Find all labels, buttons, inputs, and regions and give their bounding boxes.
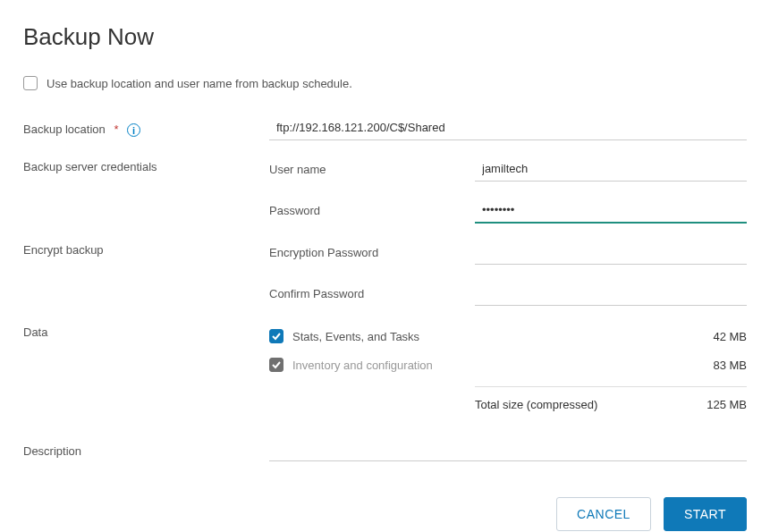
use-schedule-label: Use backup location and user name from b…: [47, 77, 352, 90]
required-indicator: *: [114, 122, 118, 136]
description-label: Description: [23, 441, 269, 458]
inventory-checkbox: [269, 358, 283, 372]
confirm-pw-label: Confirm Password: [269, 287, 475, 300]
total-label: Total size (compressed): [475, 398, 707, 411]
description-input[interactable]: [269, 436, 747, 461]
enc-pw-label: Encryption Password: [269, 246, 475, 259]
password-label: Password: [269, 204, 475, 217]
password-input[interactable]: [475, 198, 747, 224]
data-item-size: 42 MB: [713, 330, 747, 343]
use-schedule-checkbox[interactable]: [23, 76, 38, 90]
server-creds-label: Backup server credentials: [23, 156, 269, 173]
username-input[interactable]: [475, 156, 747, 182]
backup-location-label: Backup location: [23, 122, 106, 136]
start-button[interactable]: START: [664, 497, 747, 531]
backup-location-input[interactable]: [269, 115, 747, 140]
total-size: 125 MB: [707, 398, 747, 411]
encrypt-label: Encrypt backup: [23, 240, 269, 257]
check-icon: [272, 360, 281, 369]
data-item-label: Stats, Events, and Tasks: [292, 330, 713, 343]
check-icon: [272, 332, 281, 341]
info-icon[interactable]: i: [127, 123, 140, 137]
divider: [475, 386, 747, 387]
username-label: User name: [269, 163, 475, 176]
page-title: Backup Now: [23, 23, 747, 51]
stats-checkbox[interactable]: [269, 329, 283, 343]
confirm-pw-input[interactable]: [475, 281, 747, 306]
data-item-size: 83 MB: [713, 359, 747, 372]
cancel-button[interactable]: CANCEL: [556, 497, 651, 531]
data-label: Data: [23, 322, 269, 339]
enc-pw-input[interactable]: [475, 240, 747, 265]
data-item-label: Inventory and configuration: [292, 359, 713, 372]
